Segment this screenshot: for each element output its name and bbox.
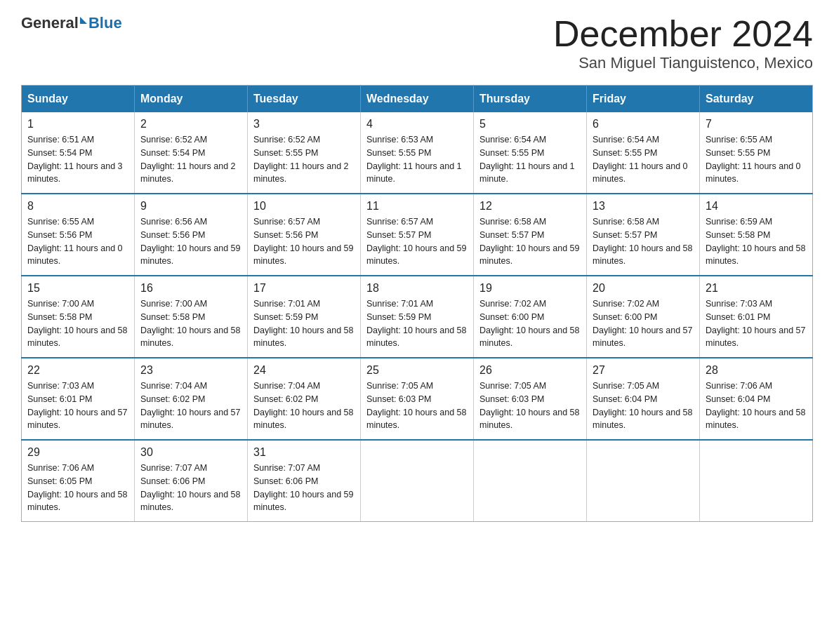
calendar-day-cell xyxy=(474,440,587,522)
day-number: 3 xyxy=(253,118,355,130)
calendar-day-cell: 22Sunrise: 7:03 AMSunset: 6:01 PMDayligh… xyxy=(22,358,135,440)
calendar-day-cell: 28Sunrise: 7:06 AMSunset: 6:04 PMDayligh… xyxy=(700,358,813,440)
day-info: Sunrise: 7:04 AMSunset: 6:02 PMDaylight:… xyxy=(140,380,241,432)
weekday-header-sunday: Sunday xyxy=(22,86,135,113)
day-number: 16 xyxy=(140,282,241,295)
calendar-day-cell: 1Sunrise: 6:51 AMSunset: 5:54 PMDaylight… xyxy=(22,112,135,194)
calendar-week-row: 8Sunrise: 6:55 AMSunset: 5:56 PMDaylight… xyxy=(22,194,813,276)
logo-blue-text: Blue xyxy=(88,14,122,32)
day-number: 6 xyxy=(593,118,694,130)
day-number: 11 xyxy=(366,200,468,213)
day-info: Sunrise: 7:00 AMSunset: 5:58 PMDaylight:… xyxy=(27,297,128,350)
day-number: 28 xyxy=(706,364,807,377)
day-info: Sunrise: 7:06 AMSunset: 6:04 PMDaylight:… xyxy=(706,380,807,432)
weekday-header-row: SundayMondayTuesdayWednesdayThursdayFrid… xyxy=(22,86,813,113)
day-number: 15 xyxy=(27,282,128,295)
day-info: Sunrise: 6:57 AMSunset: 5:56 PMDaylight:… xyxy=(253,215,355,268)
day-number: 13 xyxy=(593,200,694,213)
day-number: 20 xyxy=(593,282,694,295)
calendar-day-cell: 26Sunrise: 7:05 AMSunset: 6:03 PMDayligh… xyxy=(474,358,587,440)
day-info: Sunrise: 7:03 AMSunset: 6:01 PMDaylight:… xyxy=(27,380,128,432)
weekday-header-tuesday: Tuesday xyxy=(248,86,361,113)
day-info: Sunrise: 7:07 AMSunset: 6:06 PMDaylight:… xyxy=(140,462,241,514)
day-info: Sunrise: 6:59 AMSunset: 5:58 PMDaylight:… xyxy=(706,215,807,268)
location-subtitle: San Miguel Tianguistenco, Mexico xyxy=(553,54,813,72)
calendar-day-cell: 16Sunrise: 7:00 AMSunset: 5:58 PMDayligh… xyxy=(135,276,248,358)
day-number: 22 xyxy=(27,364,128,377)
day-info: Sunrise: 7:06 AMSunset: 6:05 PMDaylight:… xyxy=(27,462,128,514)
calendar-day-cell: 11Sunrise: 6:57 AMSunset: 5:57 PMDayligh… xyxy=(361,194,474,276)
logo-general-text: General xyxy=(21,14,79,32)
calendar-day-cell: 21Sunrise: 7:03 AMSunset: 6:01 PMDayligh… xyxy=(700,276,813,358)
day-number: 30 xyxy=(140,446,241,459)
calendar-day-cell: 6Sunrise: 6:54 AMSunset: 5:55 PMDaylight… xyxy=(587,112,700,194)
weekday-header-monday: Monday xyxy=(135,86,248,113)
title-area: December 2024 San Miguel Tianguistenco, … xyxy=(553,14,813,72)
header: General Blue December 2024 San Miguel Ti… xyxy=(21,14,813,72)
calendar-day-cell: 2Sunrise: 6:52 AMSunset: 5:54 PMDaylight… xyxy=(135,112,248,194)
day-info: Sunrise: 6:58 AMSunset: 5:57 PMDaylight:… xyxy=(593,215,694,268)
day-info: Sunrise: 6:54 AMSunset: 5:55 PMDaylight:… xyxy=(593,133,694,186)
day-info: Sunrise: 7:07 AMSunset: 6:06 PMDaylight:… xyxy=(253,462,355,514)
day-info: Sunrise: 7:05 AMSunset: 6:03 PMDaylight:… xyxy=(366,380,468,432)
day-number: 5 xyxy=(479,118,581,130)
calendar-day-cell: 20Sunrise: 7:02 AMSunset: 6:00 PMDayligh… xyxy=(587,276,700,358)
calendar-day-cell: 5Sunrise: 6:54 AMSunset: 5:55 PMDaylight… xyxy=(474,112,587,194)
calendar-table: SundayMondayTuesdayWednesdayThursdayFrid… xyxy=(21,85,813,522)
day-info: Sunrise: 7:05 AMSunset: 6:03 PMDaylight:… xyxy=(479,380,581,432)
calendar-week-row: 15Sunrise: 7:00 AMSunset: 5:58 PMDayligh… xyxy=(22,276,813,358)
day-number: 12 xyxy=(479,200,581,213)
day-number: 8 xyxy=(27,200,128,213)
day-number: 14 xyxy=(706,200,807,213)
weekday-header-thursday: Thursday xyxy=(474,86,587,113)
day-number: 1 xyxy=(27,118,128,130)
day-info: Sunrise: 7:05 AMSunset: 6:04 PMDaylight:… xyxy=(593,380,694,432)
day-number: 9 xyxy=(140,200,241,213)
day-info: Sunrise: 6:52 AMSunset: 5:54 PMDaylight:… xyxy=(140,133,241,186)
calendar-day-cell: 15Sunrise: 7:00 AMSunset: 5:58 PMDayligh… xyxy=(22,276,135,358)
calendar-week-row: 22Sunrise: 7:03 AMSunset: 6:01 PMDayligh… xyxy=(22,358,813,440)
calendar-day-cell: 18Sunrise: 7:01 AMSunset: 5:59 PMDayligh… xyxy=(361,276,474,358)
day-number: 31 xyxy=(253,446,355,459)
calendar-day-cell: 8Sunrise: 6:55 AMSunset: 5:56 PMDaylight… xyxy=(22,194,135,276)
day-info: Sunrise: 6:53 AMSunset: 5:55 PMDaylight:… xyxy=(366,133,468,186)
calendar-week-row: 29Sunrise: 7:06 AMSunset: 6:05 PMDayligh… xyxy=(22,440,813,522)
day-number: 17 xyxy=(253,282,355,295)
calendar-day-cell: 30Sunrise: 7:07 AMSunset: 6:06 PMDayligh… xyxy=(135,440,248,522)
day-info: Sunrise: 7:00 AMSunset: 5:58 PMDaylight:… xyxy=(140,297,241,350)
calendar-day-cell: 10Sunrise: 6:57 AMSunset: 5:56 PMDayligh… xyxy=(248,194,361,276)
day-number: 4 xyxy=(366,118,468,130)
weekday-header-friday: Friday xyxy=(587,86,700,113)
weekday-header-wednesday: Wednesday xyxy=(361,86,474,113)
calendar-day-cell xyxy=(361,440,474,522)
calendar-day-cell: 31Sunrise: 7:07 AMSunset: 6:06 PMDayligh… xyxy=(248,440,361,522)
day-number: 25 xyxy=(366,364,468,377)
weekday-header-saturday: Saturday xyxy=(700,86,813,113)
day-info: Sunrise: 6:55 AMSunset: 5:56 PMDaylight:… xyxy=(27,215,128,268)
calendar-day-cell xyxy=(700,440,813,522)
day-info: Sunrise: 7:01 AMSunset: 5:59 PMDaylight:… xyxy=(366,297,468,350)
day-number: 18 xyxy=(366,282,468,295)
day-info: Sunrise: 6:54 AMSunset: 5:55 PMDaylight:… xyxy=(479,133,581,186)
day-info: Sunrise: 7:02 AMSunset: 6:00 PMDaylight:… xyxy=(479,297,581,350)
calendar-day-cell: 12Sunrise: 6:58 AMSunset: 5:57 PMDayligh… xyxy=(474,194,587,276)
day-info: Sunrise: 6:55 AMSunset: 5:55 PMDaylight:… xyxy=(706,133,807,186)
day-number: 29 xyxy=(27,446,128,459)
calendar-week-row: 1Sunrise: 6:51 AMSunset: 5:54 PMDaylight… xyxy=(22,112,813,194)
logo: General Blue xyxy=(21,14,122,32)
day-number: 19 xyxy=(479,282,581,295)
day-number: 27 xyxy=(593,364,694,377)
calendar-day-cell: 7Sunrise: 6:55 AMSunset: 5:55 PMDaylight… xyxy=(700,112,813,194)
calendar-day-cell: 27Sunrise: 7:05 AMSunset: 6:04 PMDayligh… xyxy=(587,358,700,440)
calendar-day-cell: 29Sunrise: 7:06 AMSunset: 6:05 PMDayligh… xyxy=(22,440,135,522)
day-info: Sunrise: 7:04 AMSunset: 6:02 PMDaylight:… xyxy=(253,380,355,432)
calendar-day-cell: 23Sunrise: 7:04 AMSunset: 6:02 PMDayligh… xyxy=(135,358,248,440)
day-info: Sunrise: 6:56 AMSunset: 5:56 PMDaylight:… xyxy=(140,215,241,268)
day-number: 24 xyxy=(253,364,355,377)
day-info: Sunrise: 6:51 AMSunset: 5:54 PMDaylight:… xyxy=(27,133,128,186)
calendar-day-cell xyxy=(587,440,700,522)
day-number: 7 xyxy=(706,118,807,130)
calendar-day-cell: 24Sunrise: 7:04 AMSunset: 6:02 PMDayligh… xyxy=(248,358,361,440)
calendar-day-cell: 25Sunrise: 7:05 AMSunset: 6:03 PMDayligh… xyxy=(361,358,474,440)
calendar-day-cell: 17Sunrise: 7:01 AMSunset: 5:59 PMDayligh… xyxy=(248,276,361,358)
